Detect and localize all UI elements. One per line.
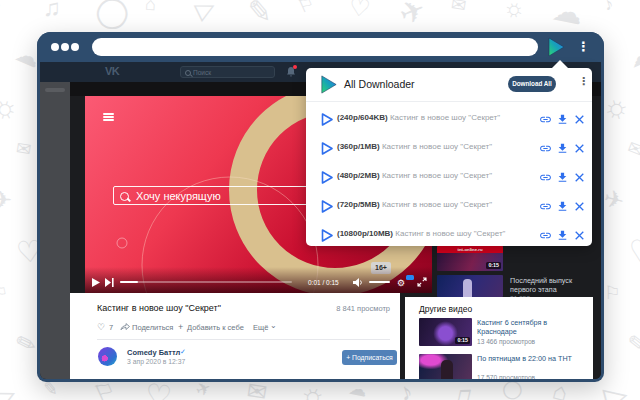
- vk-search-placeholder: Поиск: [193, 69, 211, 76]
- other-video-thumbnail[interactable]: [419, 354, 472, 379]
- search-icon: [120, 192, 129, 201]
- item-title: Кастинг в новое шоу "Секрет": [395, 229, 505, 238]
- doodle-glyph: ♫: [43, 0, 61, 22]
- notifications-bell-icon[interactable]: [286, 66, 296, 78]
- other-video-title[interactable]: По пятницам в 22:00 на ТНТ: [477, 354, 583, 363]
- item-title: Кастинг в новое шоу "Секрет": [382, 200, 492, 209]
- other-videos-heading: Другие видео: [419, 304, 472, 314]
- copy-link-icon[interactable]: [539, 113, 552, 126]
- doodle-glyph: ⚐: [604, 282, 620, 304]
- browser-chrome: ⋮: [37, 32, 604, 62]
- download-icon[interactable]: [556, 200, 569, 213]
- play-outline-icon: [320, 228, 334, 243]
- doodle-glyph: ✈: [601, 184, 627, 216]
- video-overlay-search-box: Хочу некурящую: [113, 186, 312, 205]
- other-video-views: 13 466 просмотров: [477, 338, 535, 345]
- vk-search-input[interactable]: Поиск: [180, 66, 275, 78]
- volume-slider[interactable]: [369, 281, 390, 283]
- doodle-glyph: ✎: [246, 0, 274, 30]
- doodle-glyph: ☁: [550, 0, 586, 32]
- download-item: (480p/2MB) Кастинг в новое шоу "Секрет": [306, 163, 592, 192]
- close-icon[interactable]: [573, 229, 586, 242]
- item-title: Кастинг в новое шоу "Секрет": [390, 113, 500, 122]
- download-icon[interactable]: [556, 171, 569, 184]
- close-icon[interactable]: [573, 200, 586, 213]
- channel-name[interactable]: Comedy Баттл: [127, 348, 180, 357]
- browser-menu-icon[interactable]: ⋮: [577, 37, 590, 57]
- screenshot-root: { "icons": { "menu_dots": "⋮", "hamburge…: [0, 0, 640, 400]
- popup-caret: [552, 60, 568, 68]
- hd-quality-badge: [406, 275, 414, 280]
- other-video-views: 17 570 просмотров: [477, 374, 535, 379]
- subscribe-button[interactable]: + Подписаться: [342, 350, 397, 365]
- download-all-button[interactable]: Download All: [508, 76, 556, 92]
- address-bar[interactable]: [92, 38, 538, 56]
- progress-track[interactable]: [120, 281, 292, 284]
- all-downloader-toolbar-icon[interactable]: [545, 36, 567, 58]
- chevron-down-icon: ⌄: [270, 321, 277, 330]
- doodle-glyph: ✎: [12, 327, 40, 360]
- download-icon[interactable]: [556, 142, 569, 155]
- thumbnail-figure: [441, 360, 453, 379]
- play-button[interactable]: [92, 278, 100, 287]
- window-control-dot[interactable]: [61, 43, 69, 51]
- download-item: (720p/5MB) Кастинг в новое шоу "Секрет": [306, 192, 592, 221]
- share-icon[interactable]: [120, 323, 130, 331]
- doodle-glyph: ✉: [14, 137, 32, 161]
- divider: [97, 339, 390, 340]
- copy-link-icon[interactable]: [539, 142, 552, 155]
- doodle-glyph: ⚐: [294, 0, 318, 18]
- overlay-search-text: Хочу некурящую: [136, 190, 221, 202]
- video-info-card: Кастинг в новое шоу "Секрет" 8 841 просм…: [70, 293, 400, 379]
- copy-link-icon[interactable]: [539, 229, 552, 242]
- vk-logo[interactable]: VK: [105, 65, 119, 77]
- doodle-glyph: ♡: [347, 0, 372, 23]
- more-button[interactable]: Ещё: [253, 323, 268, 332]
- menu-hamburger-icon[interactable]: [103, 113, 114, 121]
- search-icon: [185, 70, 191, 76]
- other-video-title[interactable]: Кастинг 6 сентября в Краснодаре: [477, 318, 583, 337]
- settings-gear-icon[interactable]: ⚙: [397, 278, 405, 288]
- progress-fill: [120, 281, 138, 284]
- doodle-glyph: ☁: [623, 38, 640, 74]
- copy-link-icon[interactable]: [539, 200, 552, 213]
- play-outline-icon: [320, 141, 334, 156]
- close-icon[interactable]: [573, 113, 586, 126]
- other-video-thumbnail[interactable]: 0:15: [419, 318, 472, 346]
- doodle-glyph: ◯: [88, 0, 134, 35]
- download-item: (240p/604KB) Кастинг в новое шоу "Секрет…: [306, 105, 592, 134]
- item-quality: (480p/2MB): [337, 171, 380, 180]
- all-downloader-logo: [318, 74, 339, 95]
- play-outline-icon: [320, 170, 334, 185]
- close-icon[interactable]: [573, 142, 586, 155]
- like-heart-icon[interactable]: ♡: [97, 322, 105, 332]
- play-outline-icon: [320, 112, 334, 127]
- doodle-glyph: ♡: [626, 232, 640, 270]
- item-quality: (240p/604KB): [337, 113, 388, 122]
- channel-avatar[interactable]: [98, 347, 117, 366]
- window-control-dot[interactable]: [51, 43, 59, 51]
- related-video-thumbnail[interactable]: [437, 275, 503, 297]
- plus-icon[interactable]: +: [178, 322, 183, 332]
- window-control-dot[interactable]: [71, 43, 79, 51]
- doodle-glyph: ⌂: [144, 0, 156, 15]
- popup-menu-icon[interactable]: ⋮: [578, 75, 589, 88]
- add-to-self-button[interactable]: Добавить к себе: [187, 323, 244, 332]
- duration-badge: 0:15: [486, 262, 501, 269]
- fullscreen-icon[interactable]: [417, 277, 427, 287]
- download-item: (360p/1MB) Кастинг в новое шоу "Секрет": [306, 134, 592, 163]
- item-quality: (360p/1MB): [337, 142, 380, 151]
- doodle-glyph: ✉: [625, 136, 640, 162]
- copy-link-icon[interactable]: [539, 171, 552, 184]
- item-quality: (720p/5MB): [337, 200, 380, 209]
- download-icon[interactable]: [556, 113, 569, 126]
- video-views: 8 841 просмотр: [336, 304, 390, 313]
- time-display: 0:01 / 0:15: [308, 279, 339, 286]
- close-icon[interactable]: [573, 171, 586, 184]
- player-controls: 0:01 / 0:15 ⚙: [85, 267, 432, 293]
- download-icon[interactable]: [556, 229, 569, 242]
- next-track-button[interactable]: [105, 278, 114, 287]
- volume-icon[interactable]: [353, 278, 363, 287]
- related-video-title[interactable]: Последний выпуск первого этапа: [510, 276, 584, 295]
- share-button[interactable]: Поделиться: [132, 323, 173, 332]
